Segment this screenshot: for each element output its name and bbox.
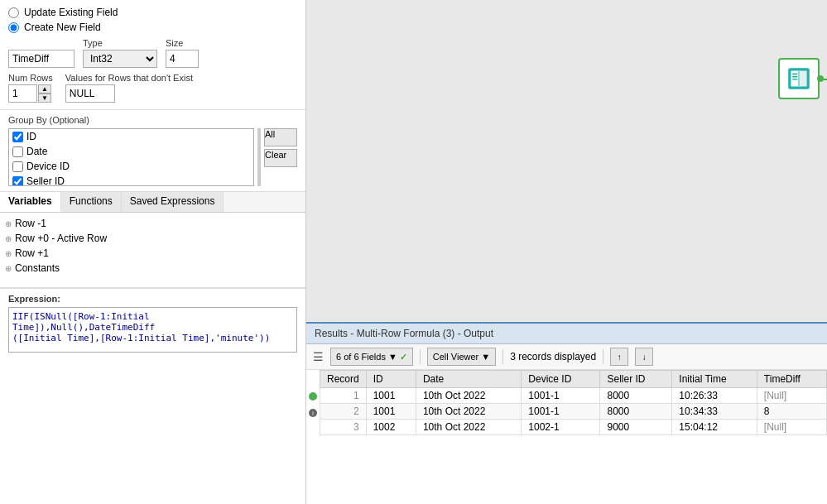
size-label: Size	[166, 38, 199, 48]
spinner-down[interactable]: ▼	[38, 94, 51, 103]
cell-deviceid-2: 1001-1	[522, 404, 600, 420]
groupby-label-id: ID	[26, 131, 36, 142]
col-header-date: Date	[416, 371, 521, 388]
groupby-checkbox-sellerid[interactable]	[12, 176, 23, 187]
results-toolbar: ☰ 6 of 6 Fields ▼ ✓ Cell Viewer ▼ 3 reco…	[306, 344, 827, 370]
tab-saved-expressions[interactable]: Saved Expressions	[122, 192, 224, 212]
cell-deviceid-3: 1002-1	[522, 420, 600, 435]
col-header-id: ID	[366, 371, 416, 388]
update-existing-label: Update Existing Field	[24, 7, 118, 18]
field-type-select[interactable]: Int32	[83, 50, 157, 68]
create-new-label: Create New Field	[24, 22, 101, 33]
fields-checkmark-icon: ✓	[400, 352, 407, 362]
cell-sellerid-3: 9000	[600, 420, 672, 435]
cell-timediff-3: [Null]	[757, 420, 826, 435]
tab-functions[interactable]: Functions	[61, 192, 122, 212]
col-header-sellerid: Seller ID	[600, 371, 672, 388]
cell-initialtime-3: 15:04:12	[672, 420, 757, 435]
var-row-minus1: ⊕ Row -1	[5, 216, 301, 231]
svg-rect-5	[792, 76, 797, 78]
cell-date-3: 10th Oct 2022	[416, 420, 521, 435]
groupby-label-sellerid: Seller ID	[26, 175, 65, 186]
numrows-group: Num Rows ▲ ▼	[8, 73, 53, 103]
expand-icon-row-minus1[interactable]: ⊕	[5, 219, 12, 228]
hamburger-icon[interactable]: ☰	[313, 350, 324, 363]
cell-initialtime-1: 10:26:33	[672, 388, 757, 404]
cell-sellerid-2: 8000	[600, 404, 672, 420]
table-row: 2 1001 10th Oct 2022 1001-1 8000 10:34:3…	[320, 404, 827, 420]
var-row-plus1: ⊕ Row +1	[5, 246, 301, 261]
nav-down-button[interactable]: ↓	[635, 348, 653, 366]
cell-date-1: 10th Oct 2022	[416, 388, 521, 404]
cell-timediff-1: [Null]	[757, 388, 826, 404]
expand-icon-constants[interactable]: ⊕	[5, 264, 12, 273]
nav-up-button[interactable]: ↑	[610, 348, 628, 366]
spinner-buttons: ▲ ▼	[38, 84, 51, 103]
cell-record-1: 1	[320, 388, 367, 404]
groupby-list: ID Date Device ID Seller ID	[8, 128, 254, 186]
table-wrapper: i Record ID Date Device ID Seller ID Ini…	[306, 370, 827, 435]
cell-id-2: 1001	[366, 404, 416, 420]
expand-icon-row-zero[interactable]: ⊕	[5, 234, 12, 243]
create-new-radio[interactable]	[8, 22, 19, 33]
cell-id-3: 1002	[366, 420, 416, 435]
values-null-group: Values for Rows that don't Exist	[65, 73, 193, 103]
groupby-list-container: ID Date Device ID Seller ID All Clear	[8, 128, 297, 186]
side-ind-2: i	[306, 405, 320, 421]
cell-date-2: 10th Oct 2022	[416, 404, 521, 420]
var-label-row-minus1: Row -1	[15, 218, 46, 229]
expand-icon-row-plus1[interactable]: ⊕	[5, 249, 12, 258]
field-size-input[interactable]	[166, 50, 199, 68]
results-header: Results - Multi-Row Formula (3) - Output	[306, 324, 827, 344]
numrows-input[interactable]	[8, 84, 37, 103]
expression-box[interactable]: IIF(ISNull([Row-1:Initial Time]),Null(),…	[8, 307, 297, 353]
toolbar-divider-2	[502, 349, 503, 364]
side-indicators: i	[306, 370, 320, 435]
config-section: Update Existing Field Create New Field T…	[0, 0, 305, 110]
all-button[interactable]: All	[264, 128, 297, 146]
cell-initialtime-2: 10:34:33	[672, 404, 757, 420]
field-type-group: Type Int32	[83, 38, 157, 68]
side-ind-1	[306, 388, 320, 405]
table-row: 1 1001 10th Oct 2022 1001-1 8000 10:26:3…	[320, 388, 827, 404]
tabs-section: Variables Functions Saved Expressions ⊕ …	[0, 192, 305, 288]
field-name-group	[8, 50, 75, 68]
svg-rect-4	[792, 74, 797, 75]
var-constants: ⊕ Constants	[5, 261, 301, 276]
update-existing-radio-row: Update Existing Field	[8, 7, 297, 18]
cell-sellerid-1: 8000	[600, 388, 672, 404]
green-circle-indicator	[309, 392, 317, 401]
book-icon	[786, 65, 812, 92]
connector-line	[821, 79, 827, 80]
node-book[interactable]	[778, 58, 820, 99]
create-new-radio-row: Create New Field	[8, 22, 297, 33]
results-table: Record ID Date Device ID Seller ID Initi…	[320, 370, 827, 435]
cell-deviceid-1: 1001-1	[522, 388, 600, 404]
values-null-input[interactable]	[65, 84, 115, 103]
spinner-up[interactable]: ▲	[38, 84, 51, 94]
groupby-item-date: Date	[9, 144, 253, 159]
cell-viewer-button[interactable]: Cell Viewer ▼	[427, 348, 496, 366]
col-header-deviceid: Device ID	[522, 371, 600, 388]
values-for-rows-label: Values for Rows that don't Exist	[65, 73, 193, 83]
clear-button[interactable]: Clear	[264, 149, 297, 167]
numrows-label: Num Rows	[8, 73, 53, 83]
numrows-spinner: ▲ ▼	[8, 84, 53, 103]
toolbar-divider-1	[420, 349, 421, 364]
cell-timediff-2: 8	[757, 404, 826, 420]
fields-button[interactable]: 6 of 6 Fields ▼ ✓	[330, 348, 413, 366]
groupby-checkbox-id[interactable]	[12, 132, 23, 142]
groupby-checkbox-deviceid[interactable]	[12, 161, 23, 172]
groupby-checkbox-date[interactable]	[12, 146, 23, 157]
groupby-item-id: ID	[9, 129, 253, 144]
update-existing-radio[interactable]	[8, 7, 19, 18]
tab-variables[interactable]: Variables	[0, 192, 61, 212]
groupby-item-deviceid: Device ID	[9, 159, 253, 174]
tab-bar: Variables Functions Saved Expressions	[0, 192, 305, 213]
groupby-label-deviceid: Device ID	[26, 161, 70, 172]
right-panel: Σ IIF(ISNull([Row-1:InitialTime]),Null0,…	[306, 0, 827, 504]
col-header-initialtime: Initial Time	[672, 371, 757, 388]
cell-viewer-dropdown-icon: ▼	[481, 352, 490, 362]
left-panel: Update Existing Field Create New Field T…	[0, 0, 306, 504]
field-name-input[interactable]	[8, 50, 75, 68]
